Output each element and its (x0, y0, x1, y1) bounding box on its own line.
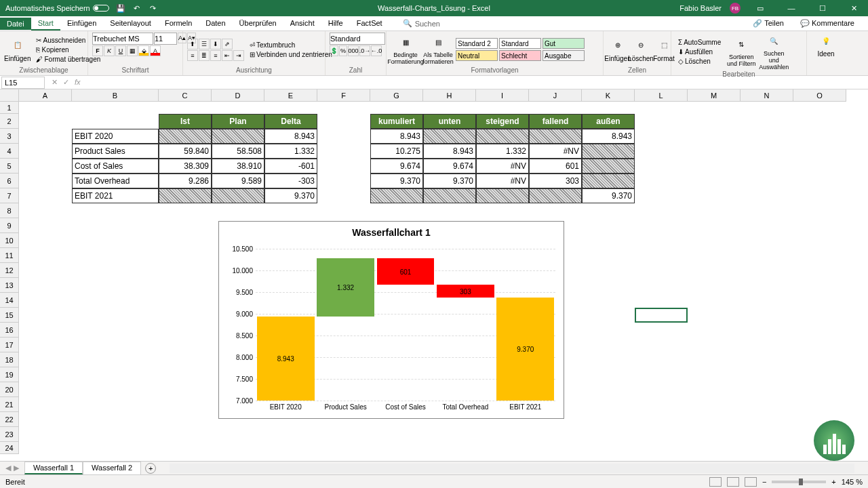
tab-seitenlayout[interactable]: Seitenlayout (103, 17, 158, 30)
column-header[interactable]: C (159, 89, 212, 102)
tab-factset[interactable]: FactSet (350, 17, 389, 30)
cell-E3[interactable]: 8.943 (264, 129, 317, 144)
row-header[interactable]: 9 (0, 218, 19, 233)
tab-einfügen[interactable]: Einfügen (60, 17, 103, 30)
cell-B3[interactable]: EBIT 2020 (72, 129, 159, 144)
clear-button[interactable]: ◇ Löschen (675, 57, 724, 66)
cell-D2[interactable]: Plan (212, 114, 264, 129)
column-header[interactable]: H (423, 89, 476, 102)
align-top-icon[interactable]: ⬆ (187, 39, 198, 49)
cell-G4[interactable]: 10.275 (370, 144, 423, 159)
increase-decimal-icon[interactable]: .0→ (359, 45, 370, 56)
zoom-slider[interactable] (772, 481, 826, 483)
share-button[interactable]: 🔗 Teilen (747, 18, 789, 29)
prev-sheet-icon[interactable]: ◀ (5, 464, 11, 472)
column-header[interactable]: E (264, 89, 317, 102)
cell-E5[interactable]: -601 (264, 159, 317, 174)
tab-formeln[interactable]: Formeln (158, 17, 199, 30)
cell-I5[interactable]: #NV (476, 159, 529, 174)
cell-G5[interactable]: 9.674 (370, 159, 423, 174)
tab-hilfe[interactable]: Hilfe (321, 17, 350, 30)
column-header[interactable]: M (688, 89, 741, 102)
cell-L15[interactable] (635, 308, 688, 323)
chart-bar[interactable]: 601 (377, 258, 435, 284)
underline-button[interactable]: U (115, 45, 126, 56)
decrease-indent-icon[interactable]: ⇤ (222, 50, 233, 61)
orientation-icon[interactable]: ⇗ (222, 39, 233, 49)
row-header[interactable]: 8 (0, 203, 19, 218)
row-header[interactable]: 4 (0, 144, 19, 159)
cell-style-5[interactable]: Ausgabe (542, 50, 585, 61)
cell-C5[interactable]: 38.309 (159, 159, 212, 174)
percent-icon[interactable]: % (339, 45, 347, 56)
column-header[interactable]: L (635, 89, 688, 102)
cell-E4[interactable]: 1.332 (264, 144, 317, 159)
align-left-icon[interactable]: ≡ (187, 50, 198, 61)
cell-E6[interactable]: -303 (264, 174, 317, 188)
cell-style-1[interactable]: Standard (499, 38, 541, 49)
fill-color-button[interactable]: ⬙ (138, 45, 149, 56)
cell-K2[interactable]: außen (582, 114, 635, 129)
row-header[interactable]: 10 (0, 233, 19, 248)
column-header[interactable]: A (19, 89, 72, 102)
column-header[interactable]: B (72, 89, 159, 102)
fx-icon[interactable]: fx (75, 78, 81, 87)
cell-G6[interactable]: 9.370 (370, 174, 423, 188)
cell-E7[interactable]: 9.370 (264, 188, 317, 203)
cell-G3[interactable]: 8.943 (370, 129, 423, 144)
horizontal-scrollbar[interactable] (170, 464, 854, 473)
tab-file[interactable]: Datei (0, 18, 31, 30)
row-header[interactable]: 11 (0, 248, 19, 263)
cell-H3[interactable] (423, 129, 476, 144)
cell-H4[interactable]: 8.943 (423, 144, 476, 159)
close-icon[interactable]: ✕ (842, 0, 865, 16)
bold-button[interactable]: F (92, 45, 103, 56)
row-header[interactable]: 13 (0, 278, 19, 293)
cell-style-2[interactable]: Gut (542, 38, 585, 49)
merge-center-button[interactable]: ⊞ Verbinden und zentrieren (247, 50, 335, 59)
cell-C3[interactable] (159, 129, 212, 144)
row-header[interactable]: 17 (0, 338, 19, 352)
cell-H7[interactable] (423, 188, 476, 203)
conditional-format-button[interactable]: ▦ Bedingte Formatierung (391, 34, 420, 65)
cell-I4[interactable]: 1.332 (476, 144, 529, 159)
align-right-icon[interactable]: ≡ (210, 50, 221, 61)
cell-D6[interactable]: 9.589 (212, 174, 264, 188)
font-size-select[interactable] (154, 33, 177, 45)
cell-B4[interactable]: Product Sales (72, 144, 159, 159)
row-header[interactable]: 18 (0, 352, 19, 367)
currency-icon[interactable]: 💲 (330, 45, 338, 56)
row-header[interactable]: 22 (0, 412, 19, 427)
cell-I2[interactable]: steigend (476, 114, 529, 129)
page-break-view-button[interactable] (745, 477, 757, 487)
align-middle-icon[interactable]: ☰ (199, 39, 210, 49)
accept-formula-icon[interactable]: ✓ (63, 78, 69, 87)
autosave-toggle[interactable]: Automatisches Speichern (5, 4, 109, 12)
delete-cells-button[interactable]: ⊖Löschen (631, 37, 651, 62)
number-format-select[interactable] (330, 33, 385, 45)
cell-I3[interactable] (476, 129, 529, 144)
font-color-button[interactable]: A (150, 45, 161, 56)
row-header[interactable]: 15 (0, 308, 19, 323)
italic-button[interactable]: K (104, 45, 115, 56)
cell-style-4[interactable]: Schlecht (499, 50, 541, 61)
decrease-decimal-icon[interactable]: ←.0 (371, 45, 382, 56)
name-box[interactable]: L15 (1, 77, 45, 89)
format-as-table-button[interactable]: ▤ Als Tabelle formatieren (423, 34, 453, 65)
column-header[interactable]: G (370, 89, 423, 102)
search-box[interactable]: 🔍 Suchen (403, 19, 440, 28)
cell-K6[interactable] (582, 174, 635, 188)
row-header[interactable]: 2 (0, 114, 19, 129)
user-avatar[interactable]: FB (730, 3, 741, 14)
row-header[interactable]: 14 (0, 293, 19, 308)
row-header[interactable]: 16 (0, 323, 19, 338)
maximize-icon[interactable]: ☐ (811, 0, 834, 16)
cell-J7[interactable] (529, 188, 582, 203)
cell-I6[interactable]: #NV (476, 174, 529, 188)
cell-H5[interactable]: 9.674 (423, 159, 476, 174)
waterfall-chart[interactable]: Wasserfallchart 17.0007.5008.0008.5009.0… (218, 221, 564, 419)
zoom-in-button[interactable]: + (831, 478, 835, 486)
ribbon-options-icon[interactable]: ▭ (749, 0, 772, 16)
cell-K4[interactable] (582, 144, 635, 159)
cell-C4[interactable]: 59.840 (159, 144, 212, 159)
